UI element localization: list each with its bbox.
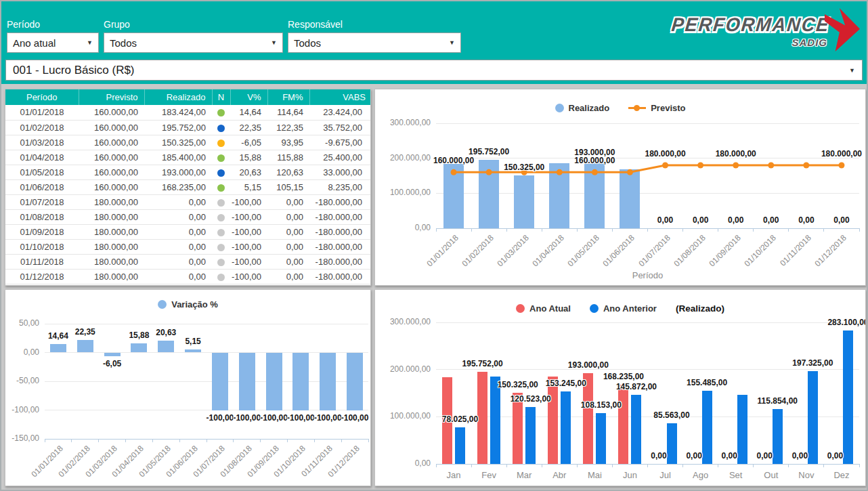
- bar-varia-o-[interactable]: [158, 341, 174, 353]
- bar-varia-o-[interactable]: [239, 353, 255, 410]
- table-row[interactable]: 01/08/2018180.000,000,00-100,000,00-180.…: [5, 209, 371, 224]
- table-cell: 20,63: [230, 165, 267, 179]
- x-axis-label: Set: [718, 470, 754, 480]
- bar-varia-o-[interactable]: [185, 349, 201, 352]
- table-row[interactable]: 01/09/2018180.000,000,00-100,000,00-180.…: [5, 224, 371, 239]
- x-axis-tick: [98, 439, 99, 442]
- table-cell: 0,00: [267, 239, 309, 254]
- kpi-table-body: 01/01/2018160.000,00183.424,0014,64114,6…: [5, 105, 371, 284]
- table-cell: 195.752,00: [144, 120, 212, 135]
- table-cell: 0,00: [267, 209, 309, 224]
- legend-label: Ano Atual: [529, 303, 571, 314]
- data-label: 20,63: [156, 328, 176, 337]
- kpi-table-panel: PeríodoPrevistoRealizadoNV%FM%VABS 01/01…: [5, 89, 371, 286]
- bar-ano-anterior[interactable]: [561, 391, 571, 464]
- data-label: -100,00: [233, 413, 261, 423]
- data-label: -100,00: [260, 413, 288, 423]
- bar-ano-anterior[interactable]: [808, 371, 818, 464]
- table-row[interactable]: 01/06/2018160.000,00168.235,005,15105,15…: [5, 179, 371, 194]
- table-cell: 180.000,00: [79, 209, 144, 224]
- x-axis-tick: [859, 464, 860, 467]
- bar-ano-atual[interactable]: [618, 385, 628, 464]
- table-row[interactable]: 01/01/2018160.000,00183.424,0014,64114,6…: [5, 105, 371, 120]
- logo-brand-text: Performance: [671, 14, 831, 37]
- bar-ano-anterior[interactable]: [455, 427, 465, 464]
- line-point[interactable]: [627, 169, 633, 175]
- legend-label: Variação %: [171, 299, 218, 309]
- column-header: FM%: [267, 89, 309, 105]
- x-axis-label: Dez: [824, 470, 859, 480]
- line-point[interactable]: [733, 163, 739, 169]
- table-cell: -180.000,00: [309, 239, 371, 254]
- table-row[interactable]: 01/12/2018180.000,000,00-100,000,00-180.…: [5, 269, 371, 284]
- line-point[interactable]: [451, 169, 457, 175]
- x-axis-tick: [753, 464, 754, 467]
- legend-marker-icon: [516, 304, 525, 313]
- bar-ano-anterior[interactable]: [596, 413, 606, 464]
- x-axis-tick: [71, 439, 72, 442]
- legend-item[interactable]: Variação %: [158, 299, 218, 309]
- line-point[interactable]: [486, 169, 492, 175]
- filter-periodo-select[interactable]: Ano atual ▼: [7, 33, 99, 53]
- line-point[interactable]: [592, 169, 598, 175]
- data-label: 0,00: [686, 451, 701, 461]
- bar-varia-o-[interactable]: [292, 353, 309, 410]
- x-axis-label: Out: [754, 470, 789, 480]
- table-cell: 160.000,00: [79, 120, 144, 135]
- legend-item[interactable]: Ano Anterior: [590, 303, 657, 314]
- bar-varia-o-[interactable]: [212, 353, 228, 410]
- y-axis-tick-label: 50,00: [5, 318, 39, 328]
- bar-ano-anterior[interactable]: [737, 395, 747, 464]
- table-row[interactable]: 01/03/2018160.000,00150.325,00-6,0593,95…: [5, 135, 371, 150]
- table-cell: 01/07/2018: [5, 194, 79, 209]
- bar-ano-anterior[interactable]: [525, 407, 536, 464]
- bar-varia-o-[interactable]: [266, 353, 282, 410]
- legend-item[interactable]: Realizado: [555, 103, 610, 113]
- status-cell: [212, 239, 230, 254]
- line-point[interactable]: [768, 163, 774, 169]
- bar-ano-anterior[interactable]: [667, 423, 677, 464]
- bar-ano-anterior[interactable]: [490, 377, 500, 464]
- table-row[interactable]: 01/04/2018160.000,00185.400,0015,88115,8…: [5, 150, 371, 165]
- line-point[interactable]: [697, 163, 703, 169]
- filter-grupo-select[interactable]: Todos ▼: [104, 33, 283, 53]
- filter-grupo-label: Grupo: [104, 19, 283, 30]
- bar-varia-o-[interactable]: [131, 343, 147, 352]
- table-row[interactable]: 01/05/2018160.000,00193.000,0020,63120,6…: [5, 165, 371, 179]
- x-axis-tick: [179, 439, 180, 442]
- table-row[interactable]: 01/02/2018160.000,00195.752,0022,35122,3…: [5, 120, 371, 135]
- legend-item[interactable]: Ano Atual: [516, 303, 571, 314]
- line-point[interactable]: [557, 169, 563, 175]
- table-cell: 8.235,00: [309, 179, 371, 194]
- bar-ano-atual[interactable]: [477, 372, 487, 464]
- table-row[interactable]: 01/11/2018180.000,000,00-100,000,00-180.…: [5, 254, 371, 269]
- legend-item[interactable]: Previsto: [628, 103, 685, 113]
- bar-ano-anterior[interactable]: [773, 409, 783, 464]
- x-axis-tick: [577, 464, 578, 467]
- indicator-select[interactable]: 001 - Lucro Básico (R$) ▼: [5, 60, 863, 81]
- data-label: -6,05: [103, 359, 121, 368]
- bar-ano-anterior[interactable]: [702, 391, 712, 464]
- status-cell: [212, 135, 230, 150]
- dashboard-grid: PeríodoPrevistoRealizadoNV%FM%VABS 01/01…: [1, 84, 867, 490]
- y-axis-tick-label: 300.000,00: [374, 118, 431, 127]
- table-row[interactable]: 01/07/2018180.000,000,00-100,000,00-180.…: [5, 194, 371, 209]
- line-point[interactable]: [662, 163, 668, 169]
- data-label: 115.854,00: [758, 396, 798, 406]
- table-row[interactable]: 01/10/2018180.000,000,00-100,000,00-180.…: [5, 239, 371, 254]
- table-cell: 122,35: [267, 120, 309, 135]
- line-point[interactable]: [838, 163, 844, 169]
- bar-ano-anterior[interactable]: [843, 330, 853, 464]
- bar-ano-anterior[interactable]: [631, 395, 641, 464]
- bar-varia-o-[interactable]: [347, 353, 363, 410]
- x-axis-tick: [436, 228, 437, 232]
- filter-responsavel-select[interactable]: Todos ▼: [288, 33, 461, 53]
- bar-varia-o-[interactable]: [77, 340, 93, 353]
- bar-varia-o-[interactable]: [104, 353, 121, 356]
- bar-ano-atual[interactable]: [548, 377, 558, 464]
- x-axis-label: Nov: [789, 470, 824, 480]
- bar-varia-o-[interactable]: [320, 353, 336, 410]
- line-point[interactable]: [803, 163, 809, 169]
- bar-varia-o-[interactable]: [50, 344, 66, 352]
- x-axis-tick: [314, 439, 315, 442]
